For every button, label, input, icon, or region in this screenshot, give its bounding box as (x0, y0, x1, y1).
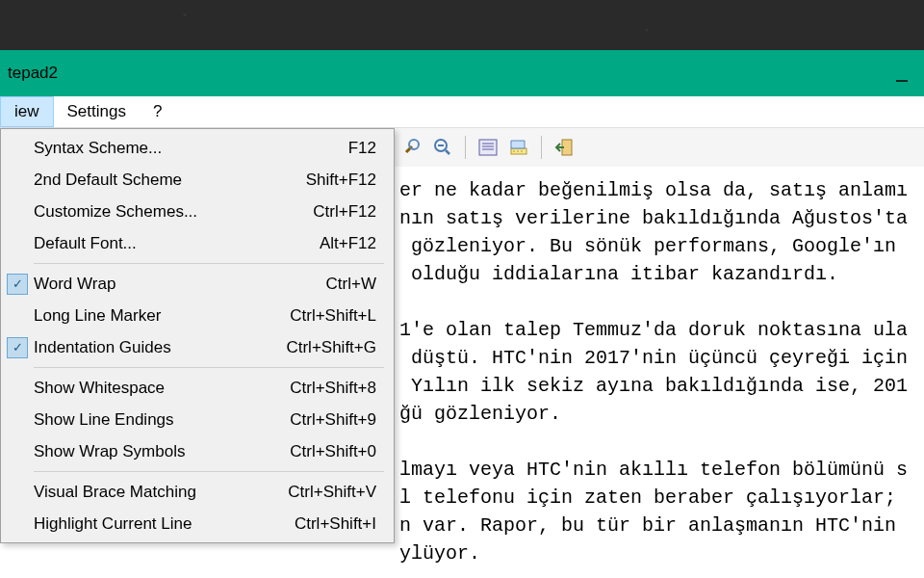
menubar: iew Settings ? (0, 96, 924, 128)
menu-item-indentation-guides[interactable]: ✓Indentation GuidesCtrl+Shift+G (3, 331, 392, 363)
menu-item-syntax-scheme[interactable]: Syntax Scheme...F12 (3, 132, 392, 164)
menu-label: Word Wrap (34, 275, 326, 294)
window-titlebar[interactable]: tepad2 (0, 50, 924, 96)
zoom-handle-icon[interactable] (399, 135, 424, 160)
menu-label: Long Line Marker (34, 306, 290, 326)
menu-label: Visual Brace Matching (34, 483, 288, 502)
menu-shortcut: Ctrl+Shift+G (286, 338, 376, 357)
menu-item-customize-schemes[interactable]: Customize Schemes...Ctrl+F12 (3, 196, 392, 227)
menu-shortcut: Ctrl+Shift+I (295, 514, 376, 534)
menu-shortcut: F12 (348, 139, 376, 158)
menu-label: Syntax Scheme... (34, 139, 348, 158)
menu-shortcut: Shift+F12 (306, 171, 376, 190)
menu-label: Customize Schemes... (34, 202, 313, 222)
menu-shortcut: Ctrl+W (326, 275, 376, 294)
menu-shortcut: Ctrl+Shift+8 (290, 379, 376, 398)
menu-item-show-line-endings[interactable]: Show Line EndingsCtrl+Shift+9 (3, 404, 392, 435)
editor-content: er ne kadar beğenilmiş olsa da, satış an… (399, 179, 908, 578)
menu-shortcut: Ctrl+F12 (313, 202, 376, 222)
menu-shortcut: Ctrl+Shift+9 (290, 410, 376, 430)
menu-item-show-wrap-symbols[interactable]: Show Wrap SymbolsCtrl+Shift+0 (3, 435, 392, 467)
menu-label: 2nd Default Scheme (34, 171, 306, 190)
menu-item-highlight-current-line[interactable]: Highlight Current LineCtrl+Shift+I (3, 508, 392, 539)
window-title: tepad2 (8, 64, 58, 83)
menu-separator (34, 367, 384, 368)
menu-help[interactable]: ? (140, 96, 175, 127)
menu-label: Indentation Guides (34, 338, 286, 357)
menu-view[interactable]: iew (0, 96, 54, 127)
menu-item-show-whitespace[interactable]: Show WhitespaceCtrl+Shift+8 (3, 372, 392, 404)
view-dropdown-menu: Syntax Scheme...F122nd Default SchemeShi… (0, 128, 395, 543)
ruler-icon[interactable] (506, 135, 531, 160)
menu-settings[interactable]: Settings (54, 96, 140, 127)
menu-item-visual-brace-matching[interactable]: Visual Brace MatchingCtrl+Shift+V (3, 476, 392, 508)
menu-label: Show Whitespace (34, 379, 290, 398)
menu-item-default-font[interactable]: Default Font...Alt+F12 (3, 227, 392, 259)
svg-line-4 (446, 150, 449, 154)
menu-shortcut: Ctrl+Shift+L (290, 306, 376, 326)
svg-rect-9 (511, 148, 526, 154)
menu-label: Show Line Endings (34, 410, 290, 430)
menu-item-long-line-marker[interactable]: Long Line MarkerCtrl+Shift+L (3, 300, 392, 331)
zoom-out-icon[interactable] (430, 135, 455, 160)
svg-rect-5 (479, 140, 497, 155)
menu-separator (34, 263, 384, 264)
check-icon: ✓ (7, 274, 28, 295)
menu-item-word-wrap[interactable]: ✓Word WrapCtrl+W (3, 268, 392, 300)
toolbar-separator (541, 136, 542, 159)
exit-icon[interactable] (552, 135, 577, 160)
svg-point-1 (409, 140, 419, 149)
menu-label: Show Wrap Symbols (34, 442, 290, 461)
menu-label: Highlight Current Line (34, 514, 295, 534)
menu-shortcut: Ctrl+Shift+V (288, 483, 376, 502)
menu-separator (34, 471, 384, 472)
menu-shortcut: Alt+F12 (320, 234, 376, 253)
menu-label: Default Font... (34, 234, 320, 253)
check-icon: ✓ (7, 337, 28, 358)
menu-shortcut: Ctrl+Shift+0 (290, 442, 376, 461)
document-icon[interactable] (475, 135, 500, 160)
desktop-background (0, 0, 924, 50)
toolbar-separator (465, 136, 466, 159)
menu-item-2nd-default-scheme[interactable]: 2nd Default SchemeShift+F12 (3, 164, 392, 196)
minimize-button[interactable] (880, 50, 924, 96)
